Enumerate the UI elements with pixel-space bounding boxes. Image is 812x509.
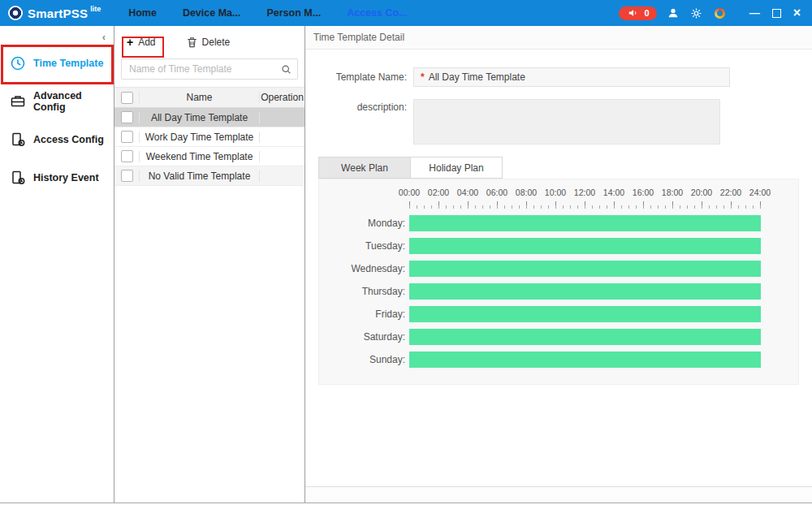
- time-ruler: [409, 201, 761, 209]
- time-tick-label: 10:00: [545, 188, 566, 197]
- day-label: Sunday:: [319, 354, 405, 365]
- sidebar-item-advanced-config[interactable]: Advanced Config: [0, 85, 114, 118]
- day-label: Wednesday:: [319, 263, 405, 274]
- day-label: Thursday:: [319, 286, 405, 297]
- table-row[interactable]: All Day Time Template: [114, 108, 304, 127]
- search-input[interactable]: [127, 63, 281, 75]
- brand-name: SmartPSS: [28, 6, 88, 20]
- sidebar-item-history-event[interactable]: History Event: [0, 162, 114, 194]
- minimize-button[interactable]: —: [749, 9, 760, 17]
- nav-item-person-manager[interactable]: Person M...: [266, 7, 321, 19]
- row-name: All Day Time Template: [139, 112, 260, 123]
- day-label: Friday:: [319, 308, 405, 320]
- template-name-value: All Day Time Template: [429, 71, 525, 83]
- sidebar-item-label: Time Template: [33, 58, 103, 69]
- sidebar: ‹ Time Template Advanced Config: [0, 26, 114, 503]
- sidebar-item-label: Access Config: [33, 134, 104, 145]
- schedule-row-saturday: Saturday:: [319, 326, 798, 348]
- collapse-sidebar-icon[interactable]: ‹: [102, 31, 106, 43]
- sidebar-items: Time Template Advanced Config Access Con…: [0, 47, 114, 194]
- sidebar-item-access-config[interactable]: Access Config: [0, 123, 114, 156]
- nav-item-device-manager[interactable]: Device Ma...: [183, 7, 241, 19]
- speaker-icon: [626, 6, 641, 20]
- schedule-bar-wednesday[interactable]: [409, 261, 761, 277]
- description-field[interactable]: [413, 99, 720, 145]
- row-name: Work Day Time Template: [139, 132, 260, 143]
- time-tick-label: 18:00: [662, 188, 683, 197]
- row-name: No Valid Time Template: [139, 170, 260, 182]
- time-template-list-panel: + Add Delete: [114, 26, 305, 503]
- time-tick-label: 06:00: [486, 188, 508, 197]
- time-tick-label: 08:00: [516, 188, 537, 197]
- add-button-label: Add: [138, 37, 155, 48]
- select-all-checkbox[interactable]: [121, 92, 133, 104]
- nav-item-access-control[interactable]: Access Co...: [347, 7, 407, 19]
- schedule-bar-monday[interactable]: [409, 215, 761, 231]
- table-row[interactable]: Weekend Time Template: [114, 147, 304, 166]
- plus-icon: +: [127, 37, 133, 47]
- table-row[interactable]: Work Day Time Template: [114, 127, 304, 147]
- gear-icon[interactable]: [689, 6, 704, 20]
- day-label: Monday:: [319, 218, 405, 229]
- search-icon: [281, 64, 292, 75]
- tab-holiday-plan[interactable]: Holiday Plan: [410, 157, 503, 179]
- schedule-bar-saturday[interactable]: [409, 329, 761, 345]
- sidebar-item-time-template[interactable]: Time Template: [0, 47, 114, 80]
- time-axis-labels: 00:00 02:00 04:00 06:00 08:00 10:00 12:0…: [409, 188, 761, 199]
- required-asterisk: *: [421, 71, 425, 83]
- time-tick-label: 16:00: [633, 188, 654, 197]
- trash-icon: [187, 37, 197, 48]
- time-tick-label: 24:00: [749, 188, 771, 197]
- template-name-label: Template Name:: [305, 71, 413, 83]
- close-button[interactable]: ×: [793, 7, 801, 19]
- main-nav: Home Device Ma... Person M... Access Co.…: [128, 7, 407, 19]
- column-header-name: Name: [139, 92, 260, 103]
- template-name-field[interactable]: * All Day Time Template: [413, 67, 730, 87]
- add-button[interactable]: + Add: [127, 37, 156, 48]
- schedule-row-friday: Friday:: [319, 303, 798, 326]
- detail-panel-title: Time Template Detail: [305, 26, 812, 50]
- day-label: Saturday:: [319, 331, 405, 343]
- title-bar: SmartPSS lite Home Device Ma... Person M…: [0, 0, 812, 26]
- schedule-bar-sunday[interactable]: [409, 352, 761, 368]
- week-plan-schedule: 00:00 02:00 04:00 06:00 08:00 10:00 12:0…: [318, 179, 799, 385]
- schedule-bar-tuesday[interactable]: [409, 238, 761, 254]
- user-icon[interactable]: [666, 6, 680, 20]
- alarm-sound-badge[interactable]: 0: [619, 6, 657, 20]
- schedule-bar-friday[interactable]: [409, 306, 761, 322]
- brand-suffix: lite: [90, 5, 101, 13]
- nav-item-home[interactable]: Home: [128, 7, 157, 19]
- time-tick-label: 22:00: [720, 188, 741, 197]
- time-template-detail-panel: Time Template Detail Template Name: * Al…: [305, 26, 812, 503]
- select-all-cell: [114, 92, 139, 104]
- row-checkbox[interactable]: [121, 131, 133, 143]
- alarm-count: 0: [645, 8, 650, 18]
- row-checkbox[interactable]: [121, 111, 133, 123]
- tab-week-plan[interactable]: Week Plan: [318, 157, 411, 179]
- day-label: Tuesday:: [319, 240, 405, 252]
- list-toolbar: + Add Delete: [114, 26, 304, 58]
- toolbox-icon: [10, 93, 26, 110]
- history-clock-icon: [10, 170, 26, 186]
- day-rows: Monday: Tuesday: Wednesday: Thursday: Fr…: [319, 212, 798, 371]
- description-label: description:: [305, 99, 413, 145]
- detail-footer-bar: [305, 486, 812, 503]
- window-controls: — ×: [749, 7, 801, 19]
- plan-tabs: Week Plan Holiday Plan: [318, 157, 812, 179]
- row-checkbox[interactable]: [121, 170, 133, 182]
- clock-icon: [10, 55, 26, 71]
- update-swirl-icon[interactable]: [713, 6, 728, 20]
- search-box: [121, 58, 298, 80]
- time-tick-label: 04:00: [457, 188, 478, 197]
- table-row[interactable]: No Valid Time Template: [114, 166, 304, 186]
- time-tick-label: 00:00: [399, 188, 420, 197]
- row-checkbox[interactable]: [121, 150, 133, 162]
- time-tick-label: 12:00: [574, 188, 595, 197]
- app-window: SmartPSS lite Home Device Ma... Person M…: [0, 0, 812, 509]
- maximize-button[interactable]: [772, 9, 781, 18]
- brand-logo-icon: [8, 6, 23, 20]
- sidebar-item-label: History Event: [33, 172, 99, 183]
- template-form: Template Name: * All Day Time Template d…: [305, 50, 812, 145]
- schedule-bar-thursday[interactable]: [409, 283, 761, 300]
- delete-button[interactable]: Delete: [187, 37, 231, 48]
